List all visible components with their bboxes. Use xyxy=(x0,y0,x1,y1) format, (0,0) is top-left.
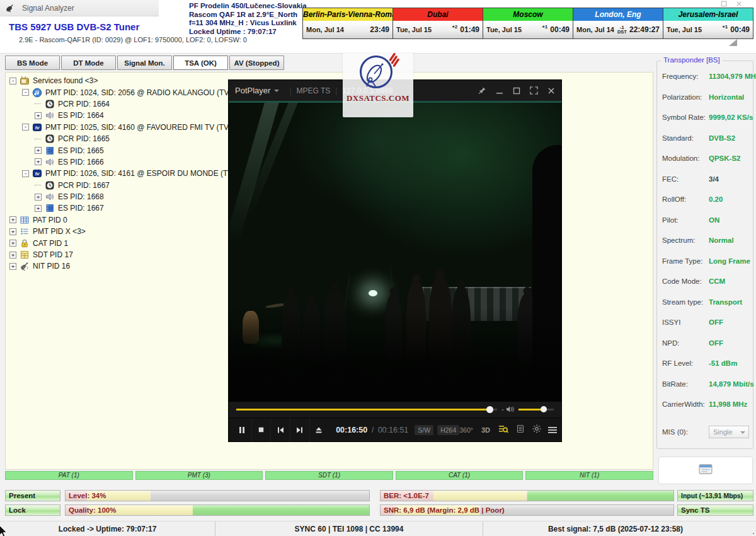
video-stream-icon xyxy=(45,146,55,156)
tree-expander[interactable]: + xyxy=(9,216,16,223)
dxsatcs-logo-icon xyxy=(357,53,399,95)
tree-expander[interactable]: - xyxy=(22,170,29,177)
resize-grip[interactable] xyxy=(753,533,754,534)
meter-label: Quality: 100% xyxy=(69,506,116,515)
ts-data-button[interactable] xyxy=(658,457,753,484)
previous-button[interactable] xyxy=(270,418,290,442)
eject-button[interactable] xyxy=(309,418,329,442)
svg-text:tv: tv xyxy=(35,171,40,177)
transponder-label: Frequency: xyxy=(662,73,709,80)
close-icon[interactable] xyxy=(547,87,555,95)
clock-date: Tue, Jul 15 xyxy=(486,26,522,33)
video-stream-icon xyxy=(45,203,55,213)
mis-select[interactable]: Single xyxy=(709,426,749,438)
tree-expander[interactable]: + xyxy=(35,112,42,119)
table-section-bar[interactable]: PMT (3) xyxy=(135,471,263,480)
gear-icon[interactable] xyxy=(532,424,541,436)
tab-tsa-ok-[interactable]: TSA (OK) xyxy=(173,55,228,70)
tree-expander[interactable]: + xyxy=(9,252,16,259)
transponder-value: OFF xyxy=(709,339,723,347)
stereo-3d-button[interactable]: 3D xyxy=(481,426,490,434)
chevron-down-icon[interactable] xyxy=(274,90,279,92)
tree-expander[interactable]: + xyxy=(9,228,16,235)
tab-av-stopped-[interactable]: AV (Stopped) xyxy=(229,55,284,70)
level-meter: Level: 34% xyxy=(65,490,370,501)
info-line: Locked Uptime : 79:07:17 xyxy=(189,28,307,37)
input-label: Input (~13,91 Mbps) xyxy=(681,491,743,501)
pause-button[interactable] xyxy=(232,418,251,442)
transponder-label: Standard: xyxy=(662,134,709,142)
seek-row xyxy=(229,402,561,417)
tab-dt-mode[interactable]: DT Mode xyxy=(61,55,116,70)
fullscreen-icon[interactable] xyxy=(530,86,538,95)
volume-icon[interactable] xyxy=(506,404,515,416)
potplayer-window[interactable]: PotPlayer | MPEG TS | 127.0.0.1:6969 xyxy=(229,80,561,441)
tree-item-label: NIT PID 16 xyxy=(33,262,70,271)
tree-connector xyxy=(35,185,41,185)
clock-hm: 22:49:27 xyxy=(629,25,660,34)
pin-icon[interactable] xyxy=(478,86,486,95)
clock-utc-offset: +2 xyxy=(452,24,457,30)
player-app-name[interactable]: PotPlayer xyxy=(235,86,270,95)
meter-label: SNR: 6,9 dB (Margin: 2,9 dB | Poor) xyxy=(384,506,505,515)
tree-expander[interactable]: + xyxy=(35,158,42,165)
tree-item-label: SDT PID 17 xyxy=(33,250,73,259)
transponder-value: 9999,02 KS/s xyxy=(709,114,753,121)
seek-slider[interactable] xyxy=(236,409,497,411)
titlebar: Signal Analyzer xyxy=(0,0,159,16)
transponder-label: Stream type: xyxy=(662,298,709,306)
table-section-bar[interactable]: CAT (1) xyxy=(396,471,524,480)
minimize-icon[interactable] xyxy=(496,87,503,95)
world-clock: London, EngMon, Jul 14-1DST22:49:27 xyxy=(573,8,663,38)
quality-meter: Quality: 100% xyxy=(65,504,370,516)
transponder-value: 3/4 xyxy=(709,175,719,183)
transponder-label: BitRate: xyxy=(662,380,709,388)
video-area[interactable] xyxy=(229,101,561,402)
pcr-clock-icon xyxy=(45,99,55,109)
table-section-bar[interactable]: SDT (1) xyxy=(265,471,393,480)
input-bitrate-indicator: Input (~13,91 Mbps) xyxy=(677,490,753,501)
clock-resize-grip[interactable] xyxy=(729,39,737,46)
tree-expander[interactable]: + xyxy=(35,205,42,212)
log-icon[interactable] xyxy=(517,424,524,436)
tree-item-label: PCR PID: 1667 xyxy=(58,181,110,190)
transponder-rows: Frequency:11304,979 MHzPolarization:Hori… xyxy=(662,73,751,408)
stop-button[interactable] xyxy=(251,418,271,442)
tree-item-label: PMT PID X <3> xyxy=(33,227,86,236)
tree-expander[interactable]: + xyxy=(9,240,16,247)
tab-signal-mon-[interactable]: Signal Mon. xyxy=(117,55,172,70)
clock-date: Mon, Jul 14 xyxy=(576,26,614,33)
tree-expander[interactable]: - xyxy=(9,78,16,84)
divider: | xyxy=(289,86,291,95)
playlist-search-icon[interactable] xyxy=(498,424,508,436)
table-section-bar[interactable]: NIT (1) xyxy=(525,471,653,480)
restore-icon[interactable] xyxy=(513,87,520,95)
sdt-table-icon xyxy=(20,250,30,260)
transponder-value: ON xyxy=(709,216,719,224)
seek-thumb[interactable] xyxy=(486,406,493,413)
transponder-label: ISSYI xyxy=(662,318,709,326)
tree-expander[interactable]: + xyxy=(9,263,16,270)
rotate-360-button[interactable]: 360° xyxy=(459,426,473,434)
tree-expander[interactable]: + xyxy=(35,194,42,201)
mode-tabs: BS ModeDT ModeSignal Mon.TSA (OK)AV (Sto… xyxy=(5,55,284,70)
tree-expander[interactable]: + xyxy=(35,147,42,154)
menu-icon[interactable] xyxy=(547,426,558,434)
table-section-bar[interactable]: PAT (1) xyxy=(5,471,133,480)
chevron-down-icon xyxy=(740,431,745,434)
transponder-row: Pilot:ON xyxy=(662,216,751,224)
stage-spotlight xyxy=(369,290,377,296)
next-button[interactable] xyxy=(290,418,309,442)
tv-service-icon: tv xyxy=(32,168,42,178)
tree-expander[interactable]: - xyxy=(22,124,29,131)
sync-label: Sync TS xyxy=(681,506,709,515)
transponder-row: CarrierWidth:11,998 MHz xyxy=(662,400,751,408)
tab-bs-mode[interactable]: BS Mode xyxy=(5,55,60,70)
volume-slider[interactable] xyxy=(518,409,554,411)
pmt-list-icon xyxy=(20,226,30,236)
volume-thumb[interactable] xyxy=(541,406,547,412)
tree-expander[interactable]: - xyxy=(22,89,29,96)
transponder-label: NPD: xyxy=(662,339,709,347)
tree-item-label: PMT PID: 1024, SID: 2056 @ RADIO KALANGO… xyxy=(45,88,253,97)
transponder-row: FEC:3/4 xyxy=(662,175,751,183)
